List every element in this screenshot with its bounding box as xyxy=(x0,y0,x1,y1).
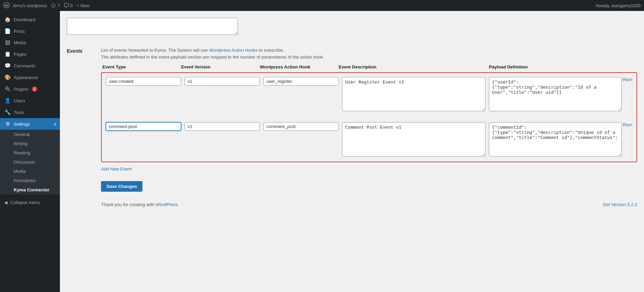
col-header-wp-action-hook: Wordpress Action Hook xyxy=(260,64,335,69)
main-content: Events List of events forwarded to Kyma.… xyxy=(60,11,644,292)
event-hook-input-1[interactable] xyxy=(263,77,339,86)
dashboard-icon: 🏠 xyxy=(4,16,11,23)
submenu-writing-label: Writing xyxy=(14,141,27,146)
sidebar-comments-label: Comments xyxy=(14,63,35,68)
sidebar-item-pages[interactable]: 📋 Pages xyxy=(0,48,60,60)
sidebar-item-posts[interactable]: 📄 Posts xyxy=(0,25,60,37)
sidebar-plugins-label: Plugins xyxy=(14,87,28,92)
comments-admin-icon[interactable]: 0 xyxy=(64,3,73,8)
pages-icon: 📋 xyxy=(4,51,11,57)
event-description-cell-2: Comment Post Event v1 xyxy=(342,122,485,157)
sidebar-media-label: Media xyxy=(14,40,26,45)
events-desc-line2: The attributes deffined in the event pay… xyxy=(101,54,324,60)
submenu-media-label: Media xyxy=(14,169,26,174)
top-content-textarea[interactable] xyxy=(67,18,238,35)
event-description-textarea-2[interactable]: Comment Post Event v1 xyxy=(342,122,485,156)
submenu-item-media[interactable]: Media xyxy=(0,167,60,176)
collapse-label: Collapse menu xyxy=(10,200,40,205)
sidebar-item-media[interactable]: 🖼 Media xyxy=(0,37,60,48)
event-type-input-1[interactable] xyxy=(106,77,181,86)
add-new-event-link[interactable]: Add New Event xyxy=(101,166,132,172)
comments-icon: 💬 xyxy=(4,63,11,69)
sidebar-item-comments[interactable]: 💬 Comments xyxy=(0,60,60,72)
submenu-permalinks-label: Permalinks xyxy=(14,178,36,183)
footer-text-part2: . xyxy=(178,202,179,207)
sidebar-users-label: Users xyxy=(14,98,25,103)
top-textarea-area xyxy=(67,18,637,41)
events-desc-part2: to subscribe. xyxy=(258,48,284,53)
event-hook-input-2[interactable] xyxy=(263,122,339,131)
sidebar-item-tools[interactable]: 🔧 Tools xyxy=(0,106,60,118)
footer-text-part1: Thank you for creating with xyxy=(101,202,156,207)
event-description-textarea-1[interactable]: User Register Event v1 xyxy=(342,77,485,111)
col-header-event-description: Event Description xyxy=(339,64,485,69)
events-desc-part1: List of events forwarded to Kyma. The Sy… xyxy=(101,48,209,53)
submenu-kyma-label: Kyma Connector xyxy=(14,187,49,192)
wordpress-action-hooks-link[interactable]: Wordpress Action Hooks xyxy=(209,48,258,53)
payload-cell-2: {"commentId": {"type":"string","descript… xyxy=(489,122,632,156)
save-changes-button[interactable]: Save Changes xyxy=(101,181,142,192)
sidebar-posts-label: Posts xyxy=(14,29,25,34)
collapse-menu-button[interactable]: ◀ Collapse menu xyxy=(0,197,60,208)
event-version-input-2[interactable] xyxy=(185,122,260,131)
settings-icon: ⚙ xyxy=(4,121,11,127)
settings-arrow-icon: ◀ xyxy=(53,122,56,126)
save-area: Save Changes xyxy=(101,181,637,192)
sidebar-item-dashboard[interactable]: 🏠 Dashboard xyxy=(0,14,60,25)
submenu-general-label: General xyxy=(14,132,29,137)
wordpress-footer-link[interactable]: WordPress xyxy=(156,202,178,207)
sidebar-item-plugins[interactable]: 🔌 Plugins 2 xyxy=(0,83,60,95)
media-icon: 🖼 xyxy=(4,40,11,46)
submenu-item-reading[interactable]: Reading xyxy=(0,148,60,157)
submenu-item-general[interactable]: General xyxy=(0,130,60,139)
events-section: Events List of events forwarded to Kyma.… xyxy=(67,47,637,207)
table-row: Comment Post Event v1 {"commentId": {"ty… xyxy=(106,122,632,157)
sidebar-item-appearance[interactable]: 🎨 Appearance xyxy=(0,72,60,83)
sidebar-item-settings[interactable]: ⚙ Settings ◀ xyxy=(0,118,60,130)
plugins-icon: 🔌 xyxy=(4,86,11,92)
payload-textarea-2[interactable]: {"commentId": {"type":"string","descript… xyxy=(489,122,622,156)
collapse-icon: ◀ xyxy=(4,200,8,205)
events-content: List of events forwarded to Kyma. The Sy… xyxy=(101,47,637,207)
event-type-input-2[interactable] xyxy=(106,122,181,131)
settings-submenu: General Writing Reading Discussion Media… xyxy=(0,130,60,194)
sidebar-pages-label: Pages xyxy=(14,52,26,57)
submenu-item-writing[interactable]: Writing xyxy=(0,139,60,148)
event-description-cell-1: User Register Event v1 xyxy=(342,77,485,111)
sidebar-tools-label: Tools xyxy=(14,110,24,115)
event-version-input-1[interactable] xyxy=(185,77,260,86)
submenu-item-permalinks[interactable]: Permalinks xyxy=(0,176,60,185)
appearance-icon: 🎨 xyxy=(4,74,11,80)
sidebar-dashboard-label: Dashboard xyxy=(14,17,36,22)
submenu-reading-label: Reading xyxy=(14,150,30,155)
plugins-badge: 2 xyxy=(32,86,37,92)
col-header-payload-definition: Payload Definition xyxy=(489,64,636,69)
submenu-item-discussion[interactable]: Discussion xyxy=(0,157,60,167)
payload-cell-1: {"userId": {"type":"string","description… xyxy=(489,77,632,111)
get-version-link[interactable]: Get Version 5.2.2 xyxy=(603,202,637,207)
table-row: User Register Event v1 {"userId": {"type… xyxy=(106,77,632,111)
sidebar-settings-label: Settings xyxy=(14,122,30,127)
site-name[interactable]: Jerry's wordpress xyxy=(12,3,47,8)
events-description: List of events forwarded to Kyma. The Sy… xyxy=(101,47,637,60)
remove-link-1[interactable]: Rem xyxy=(623,77,632,82)
updates-icon[interactable]: 7 xyxy=(51,3,60,8)
row-spacer xyxy=(106,115,632,118)
posts-icon: 📄 xyxy=(4,28,11,34)
sidebar-appearance-label: Appearance xyxy=(14,75,38,80)
col-header-event-version: Event Version xyxy=(181,64,256,69)
wp-logo-icon[interactable]: W xyxy=(3,2,10,9)
events-label: Events xyxy=(67,47,94,207)
howdy-text: Howdy, wangjerry1030 xyxy=(596,3,641,8)
table-headers: Event Type Event Version Wordpress Actio… xyxy=(101,64,637,69)
col-header-event-type: Event Type xyxy=(102,64,178,69)
sidebar: 🏠 Dashboard 📄 Posts 🖼 Media 📋 Pages 💬 Co… xyxy=(0,11,60,292)
admin-bar: W Jerry's wordpress 7 0 + New Howdy, wan… xyxy=(0,0,644,11)
new-content-button[interactable]: + New xyxy=(77,3,89,8)
payload-textarea-1[interactable]: {"userId": {"type":"string","description… xyxy=(489,77,622,111)
sidebar-item-users[interactable]: 👤 Users xyxy=(0,95,60,106)
svg-text:W: W xyxy=(5,3,8,7)
tools-icon: 🔧 xyxy=(4,109,11,115)
remove-link-2[interactable]: Rem xyxy=(623,122,632,127)
submenu-item-kyma[interactable]: Kyma Connector xyxy=(0,185,60,194)
